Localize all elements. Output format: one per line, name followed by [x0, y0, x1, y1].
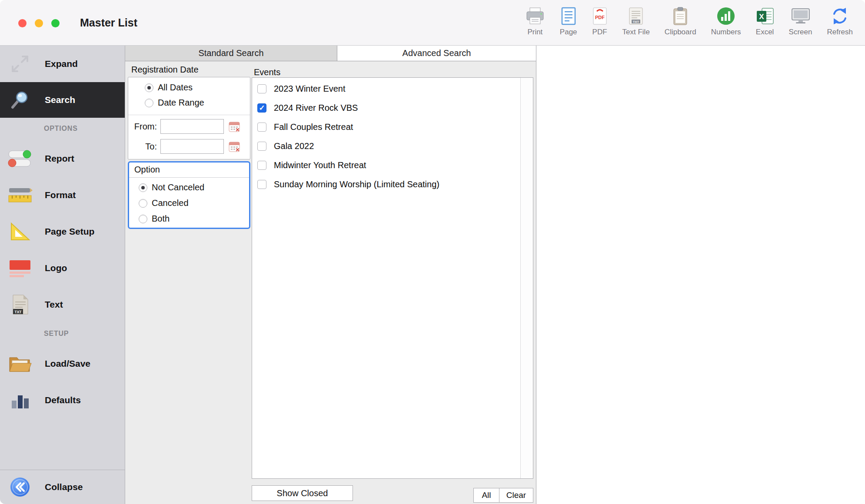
event-row[interactable]: Midwinter Youth Retreat	[252, 156, 520, 175]
page-button[interactable]: Page	[560, 6, 577, 36]
txt-document-icon: TXT	[6, 294, 34, 315]
sidebar-item-load-save[interactable]: Load/Save	[0, 345, 125, 382]
all-dates-radio[interactable]	[145, 83, 153, 92]
sidebar-item-label: Logo	[45, 263, 67, 273]
zoom-window-button[interactable]	[51, 19, 60, 27]
event-checkbox[interactable]	[257, 123, 266, 132]
clear-selection-button[interactable]: Clear	[499, 488, 533, 502]
event-checkbox[interactable]	[257, 84, 266, 93]
event-checkbox[interactable]	[257, 161, 266, 170]
both-radio[interactable]	[139, 215, 147, 223]
from-date-input[interactable]	[160, 119, 224, 134]
screen-button[interactable]: Screen	[789, 6, 812, 36]
sidebar-item-label: Expand	[45, 59, 78, 69]
event-row[interactable]: 2024 River Rock VBS	[252, 98, 520, 117]
sidebar-item-format[interactable]: Format	[0, 177, 125, 213]
radio-row-canceled[interactable]: Canceled	[139, 198, 189, 208]
clipboard-button[interactable]: Clipboard	[665, 6, 696, 36]
excel-label: Excel	[756, 28, 774, 36]
radio-label: Date Range	[158, 98, 204, 108]
event-row[interactable]: 2023 Winter Event	[252, 79, 520, 98]
sidebar-item-defaults[interactable]: Defaults	[0, 382, 125, 418]
event-row[interactable]: Gala 2022	[252, 136, 520, 156]
sidebar-item-page-setup[interactable]: Page Setup	[0, 213, 125, 250]
event-checkbox[interactable]	[257, 103, 266, 113]
sidebar-item-label: Defaults	[45, 395, 81, 405]
event-label: 2024 River Rock VBS	[274, 103, 358, 113]
from-label: From:	[128, 122, 157, 132]
event-row[interactable]: Sunday Morning Worship (Limited Seating)	[252, 175, 520, 194]
sidebar-item-logo[interactable]: Logo	[0, 250, 125, 286]
refresh-button[interactable]: Refresh	[827, 6, 853, 36]
print-label: Print	[527, 28, 542, 36]
close-window-button[interactable]	[18, 19, 27, 27]
sidebar-section-options: OPTIONS	[44, 125, 78, 133]
radio-label: Both	[152, 214, 170, 224]
magnifier-icon	[6, 90, 34, 110]
event-row[interactable]: Fall Couples Retreat	[252, 117, 520, 136]
screen-label: Screen	[789, 28, 812, 36]
event-checkbox[interactable]	[257, 180, 266, 189]
date-range-radio[interactable]	[145, 99, 153, 107]
to-label: To:	[128, 142, 157, 152]
to-date-row: To:	[128, 139, 250, 154]
logo-image-icon	[6, 258, 34, 278]
events-scrollbar[interactable]	[520, 78, 533, 478]
refresh-icon	[830, 6, 849, 27]
event-checkbox[interactable]	[257, 142, 266, 151]
radio-row-not-canceled[interactable]: Not Canceled	[139, 182, 204, 192]
pdf-label: PDF	[592, 28, 607, 36]
text-file-label: Text File	[622, 28, 650, 36]
divider	[129, 177, 249, 178]
divider	[128, 115, 250, 115]
set-square-icon	[6, 222, 34, 242]
pdf-button[interactable]: PDF PDF	[592, 6, 608, 36]
tab-advanced-search[interactable]: Advanced Search	[337, 46, 536, 61]
page-icon	[561, 6, 576, 27]
sidebar-item-collapse[interactable]: Collapse	[0, 470, 125, 504]
radio-label: All Dates	[158, 83, 193, 93]
sidebar-item-label: Format	[45, 190, 76, 200]
titlebar: Master List Print Page PDF PDF	[0, 0, 865, 46]
sidebar-item-report[interactable]: Report	[0, 140, 125, 177]
events-rows: 2023 Winter Event 2024 River Rock VBS Fa…	[252, 78, 520, 478]
to-date-input[interactable]	[160, 139, 224, 154]
sidebar-item-label: Text	[45, 299, 63, 310]
excel-icon: X	[756, 6, 774, 27]
folder-icon	[6, 354, 34, 374]
radio-row-all-dates[interactable]: All Dates	[145, 83, 193, 93]
search-tabbar: Standard Search Advanced Search	[125, 46, 536, 61]
ruler-pencil-icon	[6, 185, 34, 205]
events-list: 2023 Winter Event 2024 River Rock VBS Fa…	[252, 77, 533, 479]
refresh-label: Refresh	[827, 28, 853, 36]
main-area: Standard Search Advanced Search Registra…	[125, 46, 865, 504]
excel-button[interactable]: X Excel	[756, 6, 774, 36]
calendar-icon[interactable]	[228, 120, 240, 133]
toolbar: Print Page PDF PDF TXT Text File	[525, 0, 865, 46]
clipboard-label: Clipboard	[665, 28, 696, 36]
print-button[interactable]: Print	[525, 6, 545, 36]
tab-standard-search[interactable]: Standard Search	[125, 46, 337, 61]
screen-icon	[791, 6, 811, 27]
svg-text:TXT: TXT	[633, 20, 639, 24]
canceled-radio[interactable]	[139, 199, 147, 208]
sidebar-item-label: Collapse	[45, 482, 83, 492]
window-title: Master List	[80, 17, 137, 29]
radio-row-both[interactable]: Both	[139, 214, 170, 224]
option-groupbox-focused: Option Not Canceled Canceled Both	[128, 161, 250, 229]
not-canceled-radio[interactable]	[139, 183, 147, 192]
sidebar-item-text[interactable]: TXT Text	[0, 286, 125, 323]
app-window: Master List Print Page PDF PDF	[0, 0, 865, 504]
sidebar-item-search[interactable]: Search	[0, 82, 125, 118]
text-file-button[interactable]: TXT Text File	[622, 6, 650, 36]
show-closed-button[interactable]: Show Closed	[252, 485, 353, 501]
numbers-button[interactable]: Numbers	[711, 6, 741, 36]
clipboard-icon	[672, 6, 689, 27]
radio-row-date-range[interactable]: Date Range	[145, 98, 204, 108]
select-all-button[interactable]: All	[474, 488, 499, 502]
minimize-window-button[interactable]	[35, 19, 43, 27]
sidebar-item-expand[interactable]: Expand	[0, 46, 125, 82]
advanced-search-panel: Registration Date All Dates Date Range F…	[125, 61, 536, 504]
calendar-icon[interactable]	[228, 140, 240, 153]
page-label: Page	[560, 28, 577, 36]
